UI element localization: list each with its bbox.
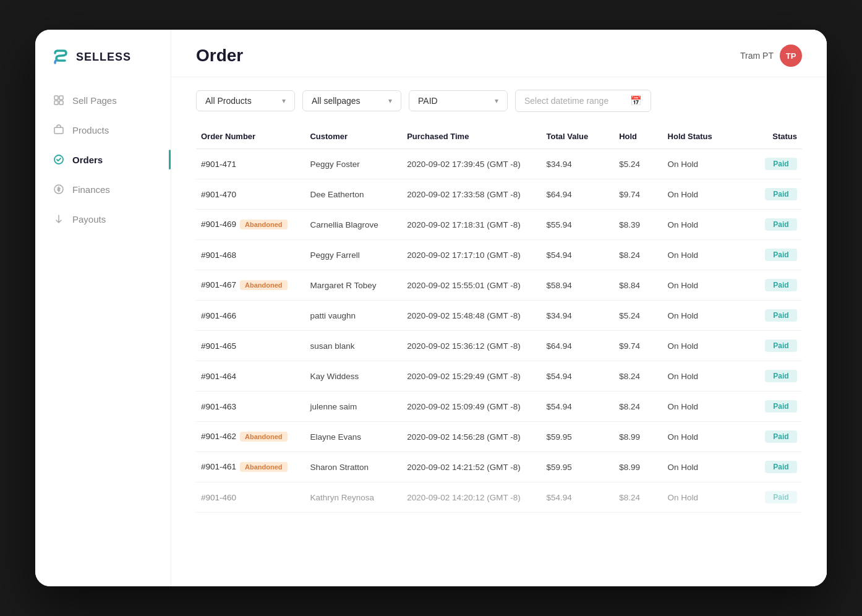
table-row[interactable]: #901-468Peggy Farrell2020-09-02 17:17:10… xyxy=(196,240,802,270)
table-row[interactable]: #901-469AbandonedCarnellia Blagrove2020-… xyxy=(196,210,802,240)
cell-status: Paid xyxy=(735,452,802,482)
paid-badge: Paid xyxy=(765,461,797,473)
cell-hold-status: On Hold xyxy=(663,361,736,391)
page-title: Order xyxy=(196,46,243,66)
order-number: #901-468 xyxy=(201,250,236,260)
cell-order-num: #901-461Abandoned xyxy=(196,452,305,482)
table-row[interactable]: #901-466patti vaughn2020-09-02 15:48:48 … xyxy=(196,301,802,331)
cell-hold-status: On Hold xyxy=(663,422,736,452)
cell-hold-status: On Hold xyxy=(663,482,736,513)
cell-order-num: #901-464 xyxy=(196,361,305,391)
table-row[interactable]: #901-464Kay Widdess2020-09-02 15:29:49 (… xyxy=(196,361,802,391)
order-number: #901-464 xyxy=(201,372,236,381)
cell-hold: $9.74 xyxy=(614,179,662,210)
cell-status: Paid xyxy=(735,422,802,452)
logo-icon xyxy=(50,47,70,67)
table-header: Order Number Customer Purchased Time Tot… xyxy=(196,122,802,149)
cell-total: $54.94 xyxy=(542,391,615,422)
cell-order-num: #901-460 xyxy=(196,482,305,513)
cell-customer: julenne saim xyxy=(305,391,402,422)
cell-hold: $8.84 xyxy=(614,270,662,301)
paid-badge: Paid xyxy=(765,370,797,382)
cell-order-num: #901-462Abandoned xyxy=(196,422,305,452)
header: Order Tram PT TP xyxy=(171,30,827,77)
cell-order-num: #901-466 xyxy=(196,301,305,331)
cell-time: 2020-09-02 17:39:45 (GMT -8) xyxy=(402,149,541,179)
sidebar-item-sell-pages[interactable]: Sell Pages xyxy=(43,87,163,114)
cell-customer: Kathryn Reynosa xyxy=(305,482,402,513)
status-filter[interactable]: PAID ▾ xyxy=(409,90,508,111)
product-filter[interactable]: All Products ▾ xyxy=(196,90,295,111)
table-row[interactable]: #901-471Peggy Foster2020-09-02 17:39:45 … xyxy=(196,149,802,179)
sellpage-filter[interactable]: All sellpages ▾ xyxy=(302,90,401,111)
cell-time: 2020-09-02 17:33:58 (GMT -8) xyxy=(402,179,541,210)
cell-total: $54.94 xyxy=(542,361,615,391)
cell-total: $59.95 xyxy=(542,452,615,482)
cell-status: Paid xyxy=(735,391,802,422)
cell-order-num: #901-471 xyxy=(196,149,305,179)
abandoned-badge: Abandoned xyxy=(240,432,288,442)
cell-customer: Margaret R Tobey xyxy=(305,270,402,301)
cell-customer: Kay Widdess xyxy=(305,361,402,391)
cell-status: Paid xyxy=(735,270,802,301)
table-row[interactable]: #901-462AbandonedElayne Evans2020-09-02 … xyxy=(196,422,802,452)
cell-hold-status: On Hold xyxy=(663,391,736,422)
cell-total: $34.94 xyxy=(542,301,615,331)
col-header-order: Order Number xyxy=(196,122,305,149)
sellpage-filter-chevron: ▾ xyxy=(388,96,392,105)
svg-rect-0 xyxy=(54,96,58,100)
cell-hold: $8.24 xyxy=(614,391,662,422)
sidebar-item-payouts[interactable]: Payouts xyxy=(43,205,163,233)
cell-time: 2020-09-02 15:36:12 (GMT -8) xyxy=(402,331,541,361)
order-number: #901-465 xyxy=(201,341,236,351)
table-row[interactable]: #901-465susan blank2020-09-02 15:36:12 (… xyxy=(196,331,802,361)
datetime-filter[interactable]: Select datetime range 📅 xyxy=(515,90,651,112)
cell-hold-status: On Hold xyxy=(663,210,736,240)
table-row[interactable]: #901-470Dee Eatherton2020-09-02 17:33:58… xyxy=(196,179,802,210)
order-number: #901-462 xyxy=(201,432,236,441)
paid-badge: Paid xyxy=(765,430,797,443)
cell-order-num: #901-469Abandoned xyxy=(196,210,305,240)
cell-time: 2020-09-02 15:09:49 (GMT -8) xyxy=(402,391,541,422)
sidebar-item-finances[interactable]: Finances xyxy=(43,176,163,203)
cell-hold-status: On Hold xyxy=(663,301,736,331)
paid-badge: Paid xyxy=(765,400,797,413)
cell-time: 2020-09-02 14:20:12 (GMT -8) xyxy=(402,482,541,513)
cell-time: 2020-09-02 17:17:10 (GMT -8) xyxy=(402,240,541,270)
products-icon xyxy=(53,124,65,136)
table-row[interactable]: #901-467AbandonedMargaret R Tobey2020-09… xyxy=(196,270,802,301)
paid-badge: Paid xyxy=(765,491,797,503)
paid-badge: Paid xyxy=(765,218,797,231)
cell-total: $34.94 xyxy=(542,149,615,179)
cell-status: Paid xyxy=(735,149,802,179)
cell-customer: Sharon Stratton xyxy=(305,452,402,482)
sidebar-label-sell-pages: Sell Pages xyxy=(72,95,117,106)
cell-hold: $5.24 xyxy=(614,149,662,179)
sidebar-item-products[interactable]: Products xyxy=(43,116,163,143)
user-avatar[interactable]: TP xyxy=(780,45,802,67)
cell-status: Paid xyxy=(735,240,802,270)
col-header-customer: Customer xyxy=(305,122,402,149)
paid-badge: Paid xyxy=(765,279,797,291)
cell-customer: susan blank xyxy=(305,331,402,361)
abandoned-badge: Abandoned xyxy=(240,220,288,229)
cell-hold: $8.24 xyxy=(614,240,662,270)
logo-text: SELLESS xyxy=(76,51,131,64)
sidebar-item-orders[interactable]: Orders xyxy=(43,146,163,173)
datetime-filter-label: Select datetime range xyxy=(524,96,608,106)
order-number: #901-463 xyxy=(201,402,236,411)
cell-hold: $8.24 xyxy=(614,482,662,513)
table-row[interactable]: #901-463julenne saim2020-09-02 15:09:49 … xyxy=(196,391,802,422)
cell-hold: $8.99 xyxy=(614,452,662,482)
orders-tbody: #901-471Peggy Foster2020-09-02 17:39:45 … xyxy=(196,149,802,513)
table-row[interactable]: #901-461AbandonedSharon Stratton2020-09-… xyxy=(196,452,802,482)
order-number: #901-470 xyxy=(201,190,236,199)
table-row[interactable]: #901-460Kathryn Reynosa2020-09-02 14:20:… xyxy=(196,482,802,513)
order-number: #901-466 xyxy=(201,311,236,320)
user-name: Tram PT xyxy=(740,51,774,61)
svg-rect-1 xyxy=(59,96,63,100)
col-header-status: Status xyxy=(735,122,802,149)
calendar-icon: 📅 xyxy=(630,95,642,106)
svg-rect-2 xyxy=(54,101,58,105)
cell-hold-status: On Hold xyxy=(663,179,736,210)
